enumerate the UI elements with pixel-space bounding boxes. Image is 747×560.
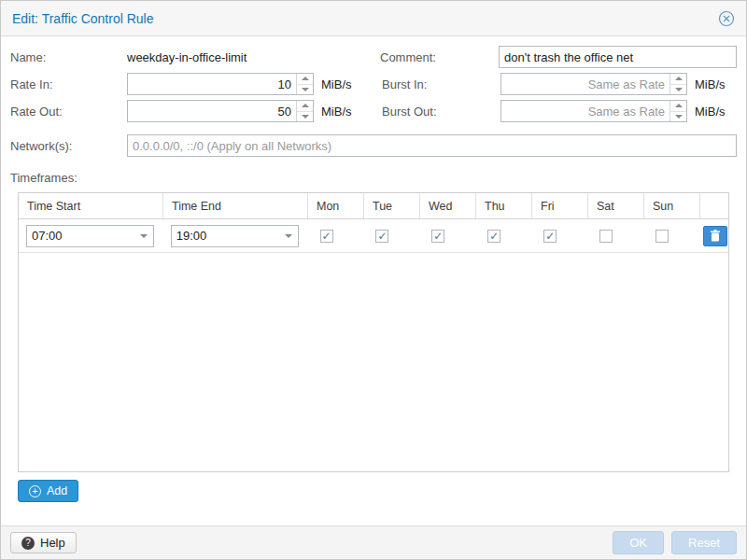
timeframes-table-header: Time Start Time End Mon Tue Wed Thu Fri … [19, 193, 728, 219]
burst-out-input[interactable] [501, 101, 669, 121]
reset-button[interactable]: Reset [671, 531, 737, 554]
help-icon: ? [21, 537, 35, 550]
combo-trigger-button[interactable] [279, 226, 298, 246]
burst-out-unit: MiB/s [695, 105, 726, 119]
col-header-thu: Thu [476, 193, 532, 218]
col-header-time-start: Time Start [19, 193, 163, 218]
time-end-input[interactable] [172, 226, 279, 246]
rate-out-input[interactable] [128, 101, 296, 121]
spinner-up-button[interactable] [670, 101, 686, 111]
sun-checkbox[interactable] [655, 230, 669, 243]
burst-out-label: Burst Out: [382, 105, 500, 119]
rate-in-label: Rate In: [10, 77, 127, 91]
col-header-actions [700, 193, 728, 218]
spinner-down-button[interactable] [297, 111, 313, 122]
chevron-down-icon [675, 88, 683, 91]
spinner-up-button[interactable] [297, 101, 313, 111]
name-value: weekday-in-office-limit [127, 50, 247, 64]
timeframes-table: Time Start Time End Mon Tue Wed Thu Fri … [18, 192, 729, 472]
col-header-sat: Sat [588, 193, 644, 218]
col-header-time-end: Time End [163, 193, 308, 218]
spinner-up-button[interactable] [297, 74, 313, 84]
ok-button[interactable]: OK [613, 531, 664, 554]
mon-checkbox[interactable] [320, 230, 333, 243]
rate-in-field [127, 73, 314, 95]
timeframes-label: Timeframes: [10, 171, 737, 185]
plus-icon: + [29, 485, 41, 497]
add-button-label: Add [47, 484, 67, 497]
burst-in-input[interactable] [501, 74, 669, 94]
burst-in-unit: MiB/s [695, 77, 726, 91]
add-button[interactable]: + Add [18, 480, 78, 502]
col-header-wed: Wed [420, 193, 476, 218]
burst-in-spinners [669, 74, 686, 94]
wed-checkbox[interactable] [431, 230, 444, 243]
rate-out-field [127, 100, 314, 122]
chevron-up-icon [675, 104, 683, 107]
spinner-down-button[interactable] [297, 84, 313, 95]
spinner-up-button[interactable] [670, 74, 686, 84]
chevron-down-icon [285, 234, 292, 238]
col-header-tue: Tue [364, 193, 420, 218]
dialog-footer: ? Help OK Reset [1, 525, 746, 559]
chevron-up-icon [302, 77, 309, 80]
name-label: Name: [10, 50, 127, 64]
burst-out-spinners [669, 101, 686, 121]
rate-in-input[interactable] [128, 74, 296, 94]
dialog-titlebar: Edit: Traffic Control Rule [1, 1, 746, 36]
chevron-down-icon [140, 234, 148, 238]
chevron-up-icon [675, 77, 683, 80]
thu-checkbox[interactable] [487, 230, 500, 243]
burst-in-label: Burst In: [382, 77, 500, 91]
dialog-body: Name: weekday-in-office-limit Comment: R… [1, 36, 746, 525]
sat-checkbox[interactable] [599, 230, 613, 243]
rate-out-unit: MiB/s [321, 105, 352, 119]
col-header-fri: Fri [532, 193, 588, 218]
chevron-down-icon [675, 115, 683, 119]
help-button-label: Help [40, 536, 65, 550]
dialog-title: Edit: Traffic Control Rule [12, 11, 153, 26]
edit-traffic-control-rule-dialog: Edit: Traffic Control Rule Name: weekday… [0, 0, 747, 560]
spinner-down-button[interactable] [670, 111, 686, 122]
networks-input[interactable] [127, 134, 737, 157]
help-button[interactable]: ? Help [10, 532, 77, 553]
comment-input[interactable] [499, 46, 737, 68]
rate-in-unit: MiB/s [321, 77, 352, 91]
col-header-mon: Mon [308, 193, 364, 218]
burst-in-field [500, 73, 687, 95]
rate-out-label: Rate Out: [10, 105, 127, 119]
chevron-down-icon [302, 115, 309, 119]
time-start-input[interactable] [27, 226, 134, 246]
rate-out-spinners [296, 101, 313, 121]
trash-icon [710, 230, 721, 242]
delete-row-button[interactable] [703, 226, 727, 246]
close-icon[interactable] [718, 10, 735, 27]
networks-label: Network(s): [10, 139, 127, 153]
rate-in-spinners [296, 74, 313, 94]
time-end-combobox [171, 225, 299, 247]
comment-label: Comment: [380, 50, 499, 64]
combo-trigger-button[interactable] [134, 226, 153, 246]
tue-checkbox[interactable] [375, 230, 388, 243]
time-start-combobox [26, 225, 154, 247]
chevron-up-icon [302, 104, 309, 107]
timeframe-row [19, 219, 728, 253]
spinner-down-button[interactable] [670, 84, 686, 95]
col-header-sun: Sun [644, 193, 700, 218]
burst-out-field [500, 100, 687, 122]
fri-checkbox[interactable] [543, 230, 557, 243]
chevron-down-icon [302, 88, 309, 91]
